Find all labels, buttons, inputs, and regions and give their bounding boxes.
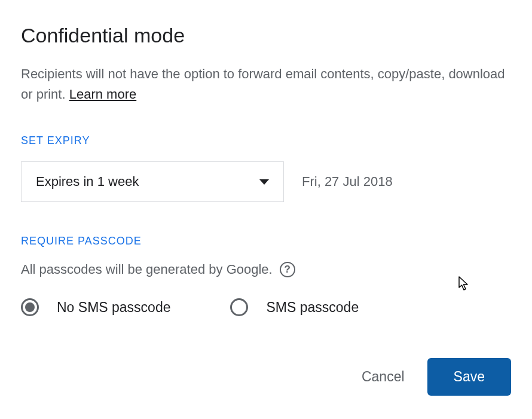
expiry-date: Fri, 27 Jul 2018 bbox=[302, 174, 393, 189]
radio-no-sms[interactable]: No SMS passcode bbox=[21, 298, 170, 316]
expiry-row: Expires in 1 week Fri, 27 Jul 2018 bbox=[21, 161, 511, 202]
learn-more-link[interactable]: Learn more bbox=[69, 87, 137, 102]
radio-sms[interactable]: SMS passcode bbox=[230, 298, 359, 316]
radio-sms-label: SMS passcode bbox=[266, 299, 359, 316]
expiry-selected-value: Expires in 1 week bbox=[36, 174, 139, 189]
chevron-down-icon bbox=[259, 179, 269, 185]
expiry-select[interactable]: Expires in 1 week bbox=[21, 161, 284, 202]
radio-selected-dot bbox=[25, 302, 35, 312]
help-icon[interactable]: ? bbox=[280, 262, 295, 277]
passcode-description-row: All passcodes will be generated by Googl… bbox=[21, 262, 511, 277]
dialog-description: Recipients will not have the option to f… bbox=[21, 64, 511, 105]
save-button[interactable]: Save bbox=[427, 358, 511, 396]
cancel-button[interactable]: Cancel bbox=[356, 358, 411, 396]
radio-no-sms-label: No SMS passcode bbox=[57, 299, 170, 316]
cursor-arrow-icon bbox=[458, 276, 470, 292]
require-passcode-label: REQUIRE PASSCODE bbox=[21, 235, 511, 247]
passcode-description: All passcodes will be generated by Googl… bbox=[21, 262, 273, 277]
button-row: Cancel Save bbox=[21, 358, 511, 396]
dialog-title: Confidential mode bbox=[21, 24, 511, 47]
radio-button-icon bbox=[230, 298, 248, 316]
passcode-radio-group: No SMS passcode SMS passcode bbox=[21, 298, 511, 316]
radio-button-icon bbox=[21, 298, 39, 316]
set-expiry-label: SET EXPIRY bbox=[21, 134, 511, 147]
